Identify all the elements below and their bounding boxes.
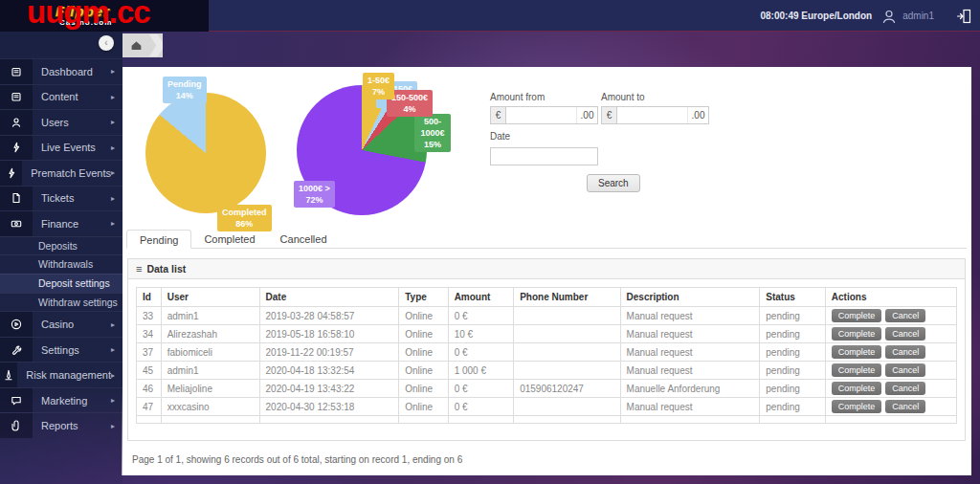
tab-cancelled[interactable]: Cancelled [268,230,340,249]
cell-description: Manual request [620,398,760,416]
table-row: 37fabiomiceli2019-11-22 00:19:57Online0 … [137,343,957,362]
sidebar-item-users[interactable]: Users ▸ [0,109,122,135]
cell-status: pending [760,325,826,343]
top-bar: Flipper Casino.com uugm.cc 08:00:49 Euro… [0,0,980,32]
chevron-right-icon: ▸ [111,194,115,203]
cell-id: 46 [137,380,162,398]
data-list-panel: ≡ Data list IdUserDateTypeAmountPhone Nu… [127,258,966,441]
cancel-button[interactable]: Cancel [885,400,925,413]
cancel-button[interactable]: Cancel [885,382,925,395]
sidebar-item-finance[interactable]: Finance ▸ [0,210,122,236]
cell-description: Manuelle Anforderung [620,380,760,398]
sidebar-collapse-button[interactable]: ‹ [99,35,114,51]
cell-phone: 015906120247 [514,380,620,398]
pie-chart-status [145,93,266,213]
cell-amount: 10 € [448,325,514,343]
file-icon [0,187,33,211]
sidebar-subitem-deposits[interactable]: Deposits [0,236,122,255]
chevron-right-icon: ▸ [111,67,115,76]
table-row: 45admin12020-04-18 13:32:54Online1 000 €… [137,362,957,380]
chevron-right-icon: ▸ [111,93,115,101]
table-header-row: IdUserDateTypeAmountPhone NumberDescript… [137,288,957,307]
cell-description: Manual request [620,325,760,343]
complete-button[interactable]: Complete [832,382,882,395]
clock-text: 08:00:49 Europe/London [761,11,873,21]
amount-from-label: Amount from [490,92,598,102]
sidebar-item-prematch-events[interactable]: Prematch Events ▸ [0,160,122,186]
logout-button[interactable] [956,8,972,25]
chevron-right-icon: ▸ [111,396,115,405]
cancel-button[interactable]: Cancel [885,363,925,377]
cell-phone [514,325,620,343]
pen-icon [0,363,17,387]
cell-date: 2020-04-19 13:43:22 [259,380,399,398]
cell-phone [514,398,620,416]
cell-user: admin1 [161,362,259,380]
cell-id: 33 [137,307,162,325]
content-panel: Completed86% Pending14% 1-50€7% 50-150€2… [122,67,971,475]
cell-date: 2019-11-22 00:19:57 [259,343,399,362]
table-row: 46Meliajoline2020-04-19 13:43:22Online0 … [137,380,957,398]
sidebar-item-casino[interactable]: Casino ▸ [0,311,122,337]
cell-amount: 0 € [448,343,514,362]
cell-actions: CompleteCancel [825,380,956,398]
complete-button[interactable]: Complete [832,309,882,322]
chevron-right-icon: ▸ [111,168,115,177]
pagination-summary: Page 1 of 1, showing 6 records out of 6 … [132,454,462,465]
tab-completed[interactable]: Completed [191,230,267,249]
breadcrumb-home[interactable] [122,33,163,57]
sidebar-item-tickets[interactable]: Tickets ▸ [0,186,122,211]
sidebar-item-settings[interactable]: Settings ▸ [0,337,122,363]
cell-phone [514,307,620,325]
sidebar-item-risk-management[interactable]: Risk management ▸ [0,362,122,387]
chevron-right-icon: ▸ [111,320,115,329]
column-header: Id [137,288,162,307]
cell-type: Online [399,398,448,416]
column-header: Amount [448,288,514,307]
cancel-button[interactable]: Cancel [885,309,925,322]
sidebar-item-content[interactable]: Content ▸ [0,84,122,110]
column-header: Date [259,288,399,307]
cell-actions: CompleteCancel [825,362,956,380]
date-input[interactable] [490,147,598,165]
sidebar-item-live-events[interactable]: Live Events ▸ [0,135,122,161]
sidebar-item-marketing[interactable]: Marketing ▸ [0,387,122,413]
withdrawals-table: IdUserDateTypeAmountPhone NumberDescript… [136,287,957,424]
complete-button[interactable]: Complete [832,363,882,377]
chevron-right-icon: ▸ [111,118,115,126]
paperclip-icon [0,413,33,438]
table-body: 33admin12019-03-28 04:58:57Online0 €Manu… [137,307,957,424]
column-header: User [161,288,259,307]
complete-button[interactable]: Complete [832,345,882,359]
cell-status: pending [760,362,826,380]
amount-to-input[interactable] [617,107,687,123]
cancel-button[interactable]: Cancel [885,327,925,341]
chevron-right-icon [149,34,163,56]
book-icon [0,59,33,84]
column-header: Type [399,288,448,307]
cell-actions: CompleteCancel [825,325,956,343]
currency-prefix: € [491,107,506,123]
complete-button[interactable]: Complete [832,400,882,413]
user-menu[interactable]: admin1 [880,8,934,25]
column-header: Status [760,288,826,307]
pie-label: Pending14% [163,77,207,103]
sidebar-item-reports[interactable]: Reports ▸ [0,412,122,438]
tab-pending[interactable]: Pending [126,230,191,249]
cell-actions: CompleteCancel [825,398,956,416]
cell-type: Online [399,362,448,380]
sidebar-item-dashboard[interactable]: Dashboard ▸ [0,58,122,84]
cancel-button[interactable]: Cancel [885,345,925,359]
sidebar-subitem-deposit-settings[interactable]: Deposit settings [0,274,122,293]
chevron-right-icon: ▸ [111,422,115,430]
currency-prefix: € [602,107,617,123]
table-row: 33admin12019-03-28 04:58:57Online0 €Manu… [137,307,957,325]
complete-button[interactable]: Complete [832,327,882,341]
sidebar-subitem-withdraw-settings[interactable]: Withdraw settings [0,293,122,312]
cell-id: 45 [137,362,162,380]
amount-from-input[interactable] [506,107,576,123]
search-button[interactable]: Search [587,174,640,192]
cell-user: fabiomiceli [161,343,259,362]
sidebar-subitem-withdrawals[interactable]: Withdrawals [0,254,122,274]
decimal-suffix: .00 [576,107,597,123]
